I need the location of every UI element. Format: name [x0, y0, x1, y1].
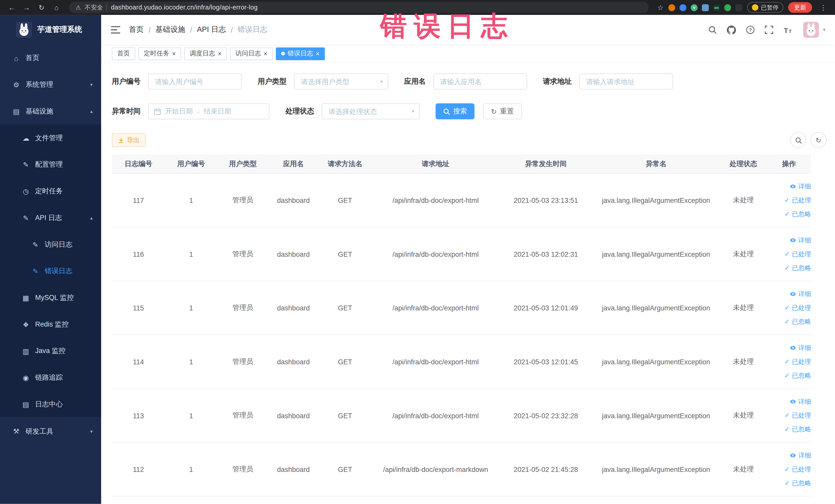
extension-blue-drop-icon[interactable] — [679, 4, 686, 11]
check-icon: ✓ — [785, 301, 790, 315]
ignore-link[interactable]: ✓已忽略 — [769, 422, 811, 436]
paused-badge[interactable]: 已暂停 — [747, 2, 783, 13]
sidebar-item-error-log[interactable]: ✎错误日志 — [0, 258, 101, 284]
sidebar-item-java-monitor[interactable]: ▥Java 监控 — [0, 338, 101, 364]
sidebar-item-redis-monitor[interactable]: ❖Redis 监控 — [0, 311, 101, 338]
sidebar-item-home[interactable]: ⌂首页 — [0, 45, 101, 72]
table-cell: 管理员 — [217, 195, 268, 205]
processed-link[interactable]: ✓已处理 — [769, 193, 811, 207]
processed-link[interactable]: ✓已处理 — [769, 408, 811, 422]
tab-close-icon[interactable]: × — [316, 50, 320, 57]
sidebar-item-file-manage[interactable]: ☁文件管理 — [0, 124, 101, 151]
extension-orange-icon[interactable] — [668, 4, 675, 11]
extension-vue-devtools-icon[interactable]: V — [691, 4, 698, 11]
browser-menu-icon[interactable]: ⋮ — [817, 3, 830, 11]
ignore-link[interactable]: ✓已忽略 — [769, 369, 811, 383]
sidebar-toggle-icon[interactable] — [101, 26, 129, 34]
exception-time-range-picker[interactable]: 开始日期 - 结束日期 — [148, 103, 269, 119]
fullscreen-icon[interactable] — [765, 26, 773, 34]
detail-link[interactable]: 详细 — [769, 395, 811, 408]
reload-icon[interactable]: ↻ — [35, 3, 48, 11]
github-icon[interactable] — [727, 25, 736, 35]
system-gear-icon: ⚙ — [12, 81, 21, 88]
detail-link[interactable]: 详细 — [769, 234, 811, 247]
ignore-link[interactable]: ✓已忽略 — [769, 261, 811, 275]
sidebar-item-scheduled-task[interactable]: ◷定时任务 — [0, 178, 101, 205]
home-icon[interactable]: ⌂ — [50, 3, 63, 11]
processed-link[interactable]: ✓已处理 — [769, 462, 811, 476]
sidebar-item-access-log[interactable]: ✎访问日志 — [0, 231, 101, 258]
trace-icon: ◉ — [21, 374, 30, 382]
toggle-search-button[interactable] — [790, 132, 806, 148]
sidebar: 芋道管理系统 ⌂首页⚙系统管理▾▤基础设施▴☁文件管理✎配置管理◷定时任务✎AP… — [0, 15, 101, 504]
bookmark-star-icon[interactable]: ☆ — [657, 3, 664, 11]
check-icon: ✓ — [785, 462, 790, 476]
table-cell: 1 — [165, 304, 217, 312]
extension-on-badge-icon[interactable]: on — [713, 4, 720, 11]
breadcrumb-item[interactable]: 首页 — [129, 25, 144, 35]
help-icon[interactable]: ? — [746, 26, 755, 34]
processed-link[interactable]: ✓已处理 — [769, 301, 811, 315]
table-cell: java.lang.IllegalArgumentException — [592, 250, 720, 258]
refresh-table-button[interactable]: ↻ — [811, 132, 827, 148]
breadcrumb-item[interactable]: API 日志 — [197, 25, 226, 35]
user-type-select[interactable] — [294, 74, 388, 89]
sidebar-item-label: Java 监控 — [35, 346, 65, 356]
sidebar-item-api-log[interactable]: ✎API 日志▴ — [0, 205, 101, 231]
action-label: 已处理 — [792, 355, 811, 369]
sidebar-item-label: 首页 — [26, 53, 40, 63]
user-avatar-menu[interactable]: ▾ — [803, 22, 825, 38]
table-cell: GET — [319, 358, 372, 366]
url-text[interactable]: dashboard.yudao.iocoder.cn/infra/log/api… — [111, 4, 258, 11]
processed-link[interactable]: ✓已处理 — [769, 247, 811, 261]
detail-link[interactable]: 详细 — [769, 341, 811, 355]
ignore-link[interactable]: ✓已忽略 — [769, 476, 811, 490]
reset-button[interactable]: ↻ 重置 — [483, 103, 522, 119]
header-search-icon[interactable] — [709, 26, 717, 34]
tab-访问日志[interactable]: 访问日志× — [230, 47, 272, 60]
sidebar-item-log-center[interactable]: ▤日志中心 — [0, 391, 101, 418]
address-bar[interactable]: ⚠ 不安全 dashboard.yudao.iocoder.cn/infra/l… — [69, 2, 649, 13]
sidebar-item-system-gear[interactable]: ⚙系统管理▾ — [0, 72, 101, 98]
action-label: 已忽略 — [792, 207, 811, 221]
search-button[interactable]: 搜索 — [435, 103, 474, 119]
sidebar-item-label: 基础设施 — [26, 106, 54, 116]
tab-close-icon[interactable]: × — [218, 50, 222, 57]
ignore-link[interactable]: ✓已忽略 — [769, 207, 811, 221]
export-button[interactable]: 导出 — [112, 133, 146, 147]
sidebar-item-config-manage[interactable]: ✎配置管理 — [0, 151, 101, 178]
user-id-input[interactable] — [148, 74, 242, 89]
tab-调度日志[interactable]: 调度日志× — [184, 47, 227, 60]
detail-link[interactable]: 详细 — [769, 287, 811, 301]
back-icon[interactable]: ← — [5, 3, 18, 11]
sidebar-item-dev-tools[interactable]: ⚒研发工具▾ — [0, 418, 101, 444]
tab-定时任务[interactable]: 定时任务× — [138, 47, 181, 60]
sidebar-item-mysql-monitor[interactable]: ▦MySQL 监控 — [0, 284, 101, 311]
breadcrumb-item[interactable]: 基础设施 — [156, 25, 185, 35]
detail-link[interactable]: 详细 — [769, 180, 811, 193]
sidebar-item-trace[interactable]: ◉链路追踪 — [0, 364, 101, 391]
tab-close-icon[interactable]: × — [264, 50, 267, 57]
logo[interactable]: 芋道管理系统 — [0, 15, 101, 45]
app-name-label: 应用名 — [404, 77, 426, 86]
table-cell: 未处理 — [720, 195, 767, 205]
font-size-icon[interactable]: T T — [784, 26, 793, 34]
extension-grid-icon[interactable] — [702, 4, 709, 11]
extension-green-icon[interactable] — [724, 4, 731, 11]
browser-update-button[interactable]: 更新 — [788, 2, 812, 13]
request-url-input[interactable] — [579, 74, 673, 89]
process-status-select[interactable] — [322, 103, 420, 119]
ignore-link[interactable]: ✓已忽略 — [769, 315, 811, 329]
column-header: 请求地址 — [372, 159, 500, 168]
detail-link[interactable]: 详细 — [769, 448, 811, 462]
app-name-input[interactable] — [433, 74, 527, 89]
tab-首页[interactable]: 首页 — [112, 47, 135, 60]
table-cell: 117 — [112, 196, 165, 204]
forward-icon[interactable]: → — [20, 3, 33, 11]
not-secure-label[interactable]: 不安全 — [85, 3, 103, 11]
extension-dark-icon[interactable] — [735, 4, 742, 11]
tab-错误日志[interactable]: 错误日志× — [276, 47, 325, 60]
sidebar-item-infrastructure[interactable]: ▤基础设施▴ — [0, 98, 101, 125]
tab-close-icon[interactable]: × — [172, 50, 176, 57]
processed-link[interactable]: ✓已处理 — [769, 355, 811, 369]
